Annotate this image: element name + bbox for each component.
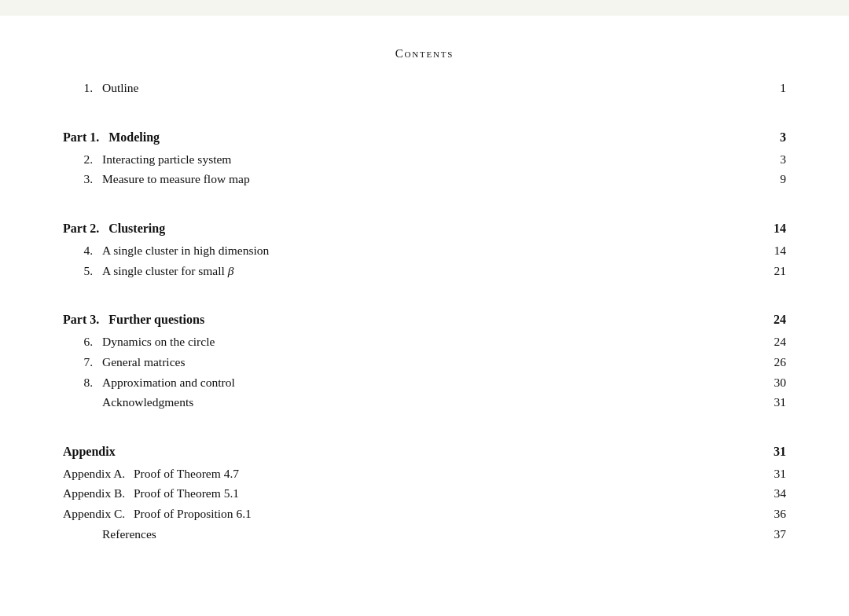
appendix-leader [413,439,761,460]
section5-page: 21 [764,261,786,281]
toc-part1[interactable]: Part 1. Modeling 3 [63,126,786,148]
section3-page: 9 [764,169,786,189]
references-page: 37 [764,524,786,544]
gap2 [63,189,786,202]
gap1 [63,98,786,111]
toc-item-appendixC[interactable]: Appendix C. Proof of Proposition 6.1 36 [63,504,786,524]
appendixB-num: Appendix B. [63,483,134,504]
appendixC-label: Proof of Proposition 6.1 [134,504,410,524]
appendixA-label: Proof of Theorem 4.7 [134,464,410,484]
appendixC-leader [413,502,761,522]
beta-symbol: β [228,264,234,277]
outline-leader [413,76,761,97]
part2-page: 14 [764,218,786,239]
outline-num: 1. [63,78,102,98]
section2-leader [413,148,761,168]
section4-label: A single cluster in high dimension [102,240,410,261]
section5-num: 5. [63,261,102,281]
part2-leader [413,216,761,237]
part1-page: 3 [764,126,786,148]
section6-page: 24 [764,332,786,352]
ack-leader [413,390,761,411]
section8-num: 8. [63,372,102,393]
toc-item-section7[interactable]: 7. General matrices 26 [63,352,786,372]
toc-item-appendixB[interactable]: Appendix B. Proof of Theorem 5.1 34 [63,483,786,504]
appendixC-page: 36 [764,504,786,524]
toc-item-references[interactable]: References 37 [63,524,786,544]
section5-leader [413,259,761,280]
section7-label: General matrices [102,352,410,372]
toc-item-outline[interactable]: 1. Outline 1 [63,78,786,98]
gap3 [63,280,786,293]
section2-label: Interacting particle system [102,149,410,170]
section4-page: 14 [764,240,786,261]
appendixA-leader [413,462,761,482]
section7-page: 26 [764,352,786,372]
section4-leader [413,239,761,259]
toc-item-section3[interactable]: 3. Measure to measure flow map 9 [63,169,786,189]
toc-item-section2[interactable]: 2. Interacting particle system 3 [63,149,786,170]
appendix-page: 31 [764,441,786,462]
toc-item-appendixA[interactable]: Appendix A. Proof of Theorem 4.7 31 [63,464,786,484]
section7-leader [413,350,761,371]
part3-leader [413,307,761,328]
appendixA-num: Appendix A. [63,464,134,484]
toc-page: Contents 1. Outline 1 Part 1. Modeling 3… [0,16,849,616]
appendixA-page: 31 [764,464,786,484]
section8-label: Approximation and control [102,372,410,393]
appendixB-label: Proof of Theorem 5.1 [134,483,410,504]
toc-appendix-header[interactable]: Appendix 31 [63,441,786,462]
references-leader [413,522,761,543]
section2-num: 2. [63,149,102,170]
ack-label: Acknowledgments [102,392,410,412]
toc-item-acknowledgments[interactable]: Acknowledgments 31 [63,392,786,412]
toc-part2[interactable]: Part 2. Clustering 14 [63,218,786,239]
section7-num: 7. [63,352,102,372]
section2-page: 3 [764,149,786,170]
ack-page: 31 [764,392,786,412]
section5-label: A single cluster for small β [102,261,410,281]
section4-num: 4. [63,240,102,261]
section6-label: Dynamics on the circle [102,332,410,352]
outline-label: Outline [102,78,410,98]
section8-leader [413,371,761,391]
toc-heading: Contents [63,47,786,60]
appendixC-num: Appendix C. [63,504,134,524]
section3-num: 3. [63,169,102,189]
section6-num: 6. [63,332,102,352]
toc-item-section5[interactable]: 5. A single cluster for small β 21 [63,261,786,281]
toc-item-section8[interactable]: 8. Approximation and control 30 [63,372,786,393]
references-label: References [102,524,410,544]
gap4 [63,412,786,425]
part3-page: 24 [764,309,786,330]
section6-leader [413,330,761,350]
part2-label: Part 2. Clustering [63,218,410,239]
appendixB-page: 34 [764,483,786,504]
part3-label: Part 3. Further questions [63,309,410,330]
section3-label: Measure to measure flow map [102,169,410,189]
toc-title-text: Contents [395,47,454,60]
appendix-label: Appendix [63,441,410,462]
toc-item-section6[interactable]: 6. Dynamics on the circle 24 [63,332,786,352]
section8-page: 30 [764,372,786,393]
toc-part3[interactable]: Part 3. Further questions 24 [63,309,786,330]
appendixB-leader [413,482,761,502]
part1-label: Part 1. Modeling [63,126,410,148]
outline-page: 1 [764,78,786,98]
toc-item-section4[interactable]: 4. A single cluster in high dimension 14 [63,240,786,261]
part1-leader [413,125,761,146]
section3-leader [413,167,761,188]
